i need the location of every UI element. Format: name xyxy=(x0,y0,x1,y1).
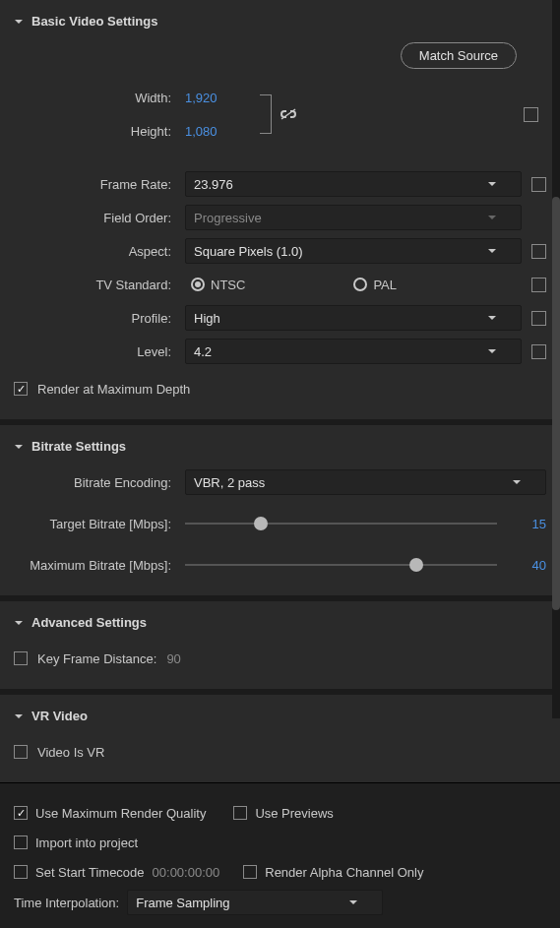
vr-video-panel: VR Video Video Is VR xyxy=(0,695,560,782)
chevron-down-icon xyxy=(487,311,497,326)
profile-select[interactable]: High xyxy=(185,305,522,331)
level-label: Level: xyxy=(14,344,175,359)
chevron-down-icon xyxy=(14,442,24,452)
render-max-depth-label: Render at Maximum Depth xyxy=(37,382,190,397)
level-override-checkbox[interactable] xyxy=(531,344,546,359)
chevron-down-icon xyxy=(348,896,358,910)
bitrate-encoding-label: Bitrate Encoding: xyxy=(14,475,175,490)
vr-title: VR Video xyxy=(31,709,88,723)
advanced-settings-panel: Advanced Settings Key Frame Distance: 90 xyxy=(0,601,560,689)
frame-rate-label: Frame Rate: xyxy=(14,177,175,192)
bitrate-settings-panel: Bitrate Settings Bitrate Encoding: VBR, … xyxy=(0,425,560,595)
use-max-render-quality-label: Use Maximum Render Quality xyxy=(35,806,206,821)
target-bitrate-value[interactable]: 15 xyxy=(507,517,546,531)
chevron-down-icon xyxy=(14,618,24,628)
set-start-timecode-label: Set Start Timecode xyxy=(35,865,145,880)
tv-standard-label: TV Standard: xyxy=(14,278,175,292)
aspect-select[interactable]: Square Pixels (1.0) xyxy=(185,238,522,264)
tv-standard-override-checkbox[interactable] xyxy=(531,278,546,292)
use-previews-label: Use Previews xyxy=(255,806,333,821)
render-max-depth-checkbox[interactable] xyxy=(14,382,28,396)
chevron-down-icon xyxy=(487,211,497,225)
time-interpolation-label: Time Interpolation: xyxy=(14,896,119,910)
keyframe-distance-label: Key Frame Distance: xyxy=(37,651,156,666)
basic-video-title: Basic Video Settings xyxy=(31,14,157,29)
pal-radio[interactable]: PAL xyxy=(353,278,397,292)
slider-thumb-icon[interactable] xyxy=(254,517,268,530)
bitrate-header[interactable]: Bitrate Settings xyxy=(14,433,546,464)
basic-video-header[interactable]: Basic Video Settings xyxy=(14,8,546,38)
ntsc-radio[interactable]: NTSC xyxy=(191,278,245,292)
frame-rate-override-checkbox[interactable] xyxy=(531,177,546,192)
match-source-button[interactable]: Match Source xyxy=(401,42,517,69)
video-is-vr-checkbox[interactable] xyxy=(14,745,28,759)
profile-override-checkbox[interactable] xyxy=(531,311,546,326)
dimensions-override-checkbox[interactable] xyxy=(524,107,538,122)
video-is-vr-label: Video Is VR xyxy=(37,745,104,760)
start-timecode-value[interactable]: 00:00:00:00 xyxy=(153,865,220,880)
field-order-label: Field Order: xyxy=(14,211,175,225)
width-value[interactable]: 1,920 xyxy=(185,91,218,105)
aspect-override-checkbox[interactable] xyxy=(531,244,546,259)
chevron-down-icon xyxy=(487,344,497,359)
slider-thumb-icon[interactable] xyxy=(409,558,423,572)
height-value[interactable]: 1,080 xyxy=(185,124,218,139)
field-order-select[interactable]: Progressive xyxy=(185,205,522,230)
max-bitrate-label: Maximum Bitrate [Mbps]: xyxy=(14,558,175,573)
radio-icon xyxy=(353,278,367,291)
chevron-down-icon xyxy=(14,711,24,721)
chevron-down-icon xyxy=(487,177,497,192)
link-dimensions-icon[interactable] xyxy=(278,104,299,124)
profile-label: Profile: xyxy=(14,311,175,326)
scroll-thumb[interactable] xyxy=(552,197,560,610)
vr-header[interactable]: VR Video xyxy=(14,703,546,733)
bitrate-title: Bitrate Settings xyxy=(31,439,126,454)
advanced-title: Advanced Settings xyxy=(31,615,147,630)
bitrate-encoding-select[interactable]: VBR, 2 pass xyxy=(185,469,546,495)
target-bitrate-slider[interactable] xyxy=(185,523,497,525)
max-bitrate-value[interactable]: 40 xyxy=(507,558,546,573)
radio-icon xyxy=(191,278,205,291)
scrollbar[interactable] xyxy=(552,0,560,718)
render-alpha-checkbox[interactable] xyxy=(243,865,257,879)
export-footer-panel: Use Maximum Render Quality Use Previews … xyxy=(0,782,560,928)
height-label: Height: xyxy=(14,124,175,139)
width-label: Width: xyxy=(14,91,175,105)
level-select[interactable]: 4.2 xyxy=(185,339,522,364)
keyframe-distance-checkbox[interactable] xyxy=(14,651,28,665)
set-start-timecode-checkbox[interactable] xyxy=(14,865,28,879)
basic-video-settings-panel: Basic Video Settings Match Source Width:… xyxy=(0,0,560,419)
time-interpolation-select[interactable]: Frame Sampling xyxy=(127,890,383,915)
advanced-header[interactable]: Advanced Settings xyxy=(14,609,546,640)
target-bitrate-label: Target Bitrate [Mbps]: xyxy=(14,517,175,531)
use-previews-checkbox[interactable] xyxy=(233,806,247,820)
import-into-project-checkbox[interactable] xyxy=(14,835,28,849)
frame-rate-select[interactable]: 23.976 xyxy=(185,171,522,197)
chevron-down-icon xyxy=(512,475,522,490)
chevron-down-icon xyxy=(487,244,497,259)
use-max-render-quality-checkbox[interactable] xyxy=(14,806,28,820)
import-into-project-label: Import into project xyxy=(35,835,138,850)
chevron-down-icon xyxy=(14,17,24,27)
max-bitrate-slider[interactable] xyxy=(185,564,497,566)
render-alpha-label: Render Alpha Channel Only xyxy=(265,865,423,880)
keyframe-distance-value: 90 xyxy=(166,651,180,666)
aspect-label: Aspect: xyxy=(14,244,175,259)
